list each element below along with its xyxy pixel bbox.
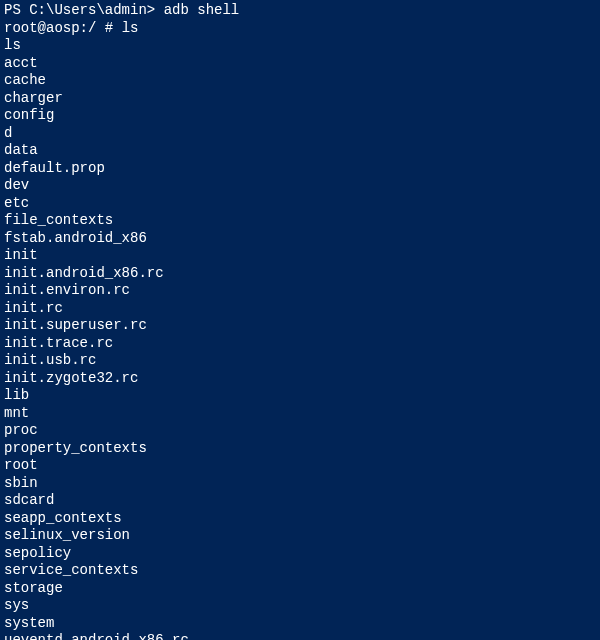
- terminal-line: system: [4, 615, 596, 633]
- terminal-line: dev: [4, 177, 596, 195]
- terminal-line: charger: [4, 90, 596, 108]
- terminal-line: init: [4, 247, 596, 265]
- shell-command: adb shell: [164, 2, 240, 18]
- terminal-line: cache: [4, 72, 596, 90]
- shell-prompt: root@aosp:/ #: [4, 20, 122, 36]
- terminal-line: file_contexts: [4, 212, 596, 230]
- terminal-line: root@aosp:/ # ls: [4, 20, 596, 38]
- shell-prompt: PS C:\Users\admin>: [4, 2, 164, 18]
- terminal-line: selinux_version: [4, 527, 596, 545]
- terminal-line: ls: [4, 37, 596, 55]
- terminal-line: data: [4, 142, 596, 160]
- terminal-line: sdcard: [4, 492, 596, 510]
- terminal-line: seapp_contexts: [4, 510, 596, 528]
- terminal-line: init.zygote32.rc: [4, 370, 596, 388]
- terminal-line: service_contexts: [4, 562, 596, 580]
- terminal-line: init.environ.rc: [4, 282, 596, 300]
- terminal-line: acct: [4, 55, 596, 73]
- terminal-line: PS C:\Users\admin> adb shell: [4, 2, 596, 20]
- terminal-line: init.android_x86.rc: [4, 265, 596, 283]
- terminal-line: sbin: [4, 475, 596, 493]
- terminal-line: sys: [4, 597, 596, 615]
- terminal-line: fstab.android_x86: [4, 230, 596, 248]
- terminal-line: mnt: [4, 405, 596, 423]
- shell-command: ls: [122, 20, 139, 36]
- terminal-line: root: [4, 457, 596, 475]
- terminal-line: proc: [4, 422, 596, 440]
- terminal-line: property_contexts: [4, 440, 596, 458]
- terminal-line: config: [4, 107, 596, 125]
- terminal-line: init.usb.rc: [4, 352, 596, 370]
- terminal-line: init.rc: [4, 300, 596, 318]
- terminal-line: storage: [4, 580, 596, 598]
- terminal-line: init.superuser.rc: [4, 317, 596, 335]
- terminal-line: lib: [4, 387, 596, 405]
- terminal-line: d: [4, 125, 596, 143]
- terminal-line: init.trace.rc: [4, 335, 596, 353]
- terminal-line: ueventd.android_x86.rc: [4, 632, 596, 640]
- terminal-output[interactable]: PS C:\Users\admin> adb shellroot@aosp:/ …: [4, 2, 596, 640]
- terminal-line: etc: [4, 195, 596, 213]
- terminal-line: default.prop: [4, 160, 596, 178]
- terminal-line: sepolicy: [4, 545, 596, 563]
